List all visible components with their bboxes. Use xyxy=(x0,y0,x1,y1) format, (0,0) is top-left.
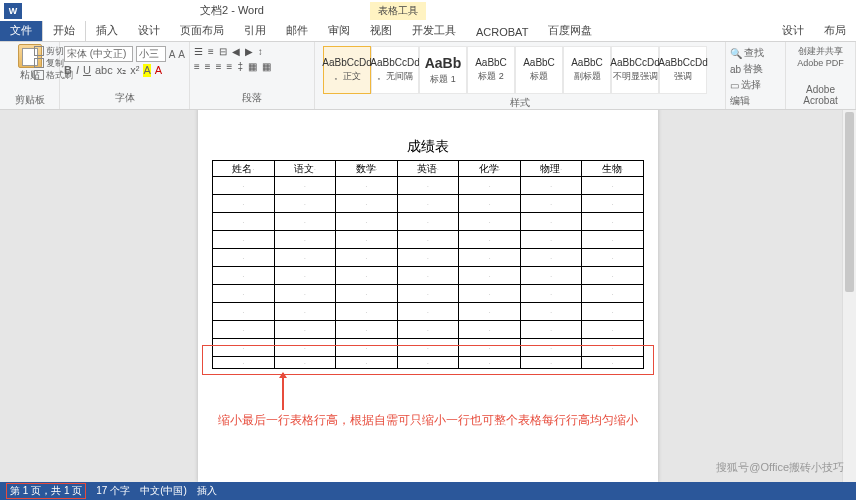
tab-design[interactable]: 设计 xyxy=(128,20,170,41)
font-name-select[interactable]: 宋体 (中文正) xyxy=(64,46,133,62)
table-cell[interactable] xyxy=(520,267,582,285)
borders-button[interactable]: ▦ xyxy=(262,61,271,72)
word-count[interactable]: 17 个字 xyxy=(96,484,130,498)
table-cell[interactable] xyxy=(213,321,275,339)
header-cell[interactable]: 物理 xyxy=(520,161,582,177)
shrink-font-icon[interactable]: A xyxy=(178,49,185,60)
style-5[interactable]: AaBbC副标题 xyxy=(563,46,611,94)
table-cell[interactable] xyxy=(213,285,275,303)
table-cell[interactable] xyxy=(520,285,582,303)
justify-button[interactable]: ≡ xyxy=(227,61,233,72)
sub-button[interactable]: x₂ xyxy=(117,64,127,77)
table-cell[interactable] xyxy=(520,177,582,195)
table-cell[interactable] xyxy=(274,213,336,231)
tab-home[interactable]: 开始 xyxy=(42,19,86,41)
table-cell[interactable] xyxy=(582,177,644,195)
table-cell[interactable] xyxy=(397,177,459,195)
table-cell[interactable] xyxy=(520,249,582,267)
table-cell[interactable] xyxy=(274,321,336,339)
table-cell[interactable] xyxy=(397,321,459,339)
header-cell[interactable]: 化学 xyxy=(459,161,521,177)
page[interactable]: 成绩表 姓名语文数学英语化学物理生物 缩小最后一行表格行高，根据自需可只缩小一行… xyxy=(198,110,658,482)
table-cell[interactable] xyxy=(213,177,275,195)
table-cell[interactable] xyxy=(274,267,336,285)
table-cell[interactable] xyxy=(336,285,398,303)
multilevel-button[interactable]: ⊟ xyxy=(219,46,227,57)
table-cell[interactable] xyxy=(274,195,336,213)
language-status[interactable]: 中文(中国) xyxy=(140,484,187,498)
table-cell[interactable] xyxy=(582,213,644,231)
style-0[interactable]: AaBbCcDd。正文 xyxy=(323,46,371,94)
table-cell[interactable] xyxy=(213,267,275,285)
table-cell[interactable] xyxy=(336,267,398,285)
align-center-button[interactable]: ≡ xyxy=(205,61,211,72)
table-cell[interactable] xyxy=(397,303,459,321)
table-cell[interactable] xyxy=(582,267,644,285)
shading-button[interactable]: ▦ xyxy=(248,61,257,72)
table-cell[interactable] xyxy=(336,231,398,249)
header-cell[interactable]: 语文 xyxy=(274,161,336,177)
grades-table[interactable]: 姓名语文数学英语化学物理生物 xyxy=(212,160,644,369)
scrollbar[interactable] xyxy=(842,110,856,482)
table-cell[interactable] xyxy=(520,303,582,321)
table-cell[interactable] xyxy=(397,285,459,303)
table-cell[interactable] xyxy=(582,249,644,267)
tab-file[interactable]: 文件 xyxy=(0,20,42,41)
table-cell[interactable] xyxy=(582,285,644,303)
italic-button[interactable]: I xyxy=(76,64,79,77)
style-2[interactable]: AaBb标题 1 xyxy=(419,46,467,94)
table-cell[interactable] xyxy=(459,195,521,213)
table-cell[interactable] xyxy=(459,303,521,321)
table-cell[interactable] xyxy=(520,195,582,213)
style-3[interactable]: AaBbC标题 2 xyxy=(467,46,515,94)
table-cell[interactable] xyxy=(397,195,459,213)
table-cell[interactable] xyxy=(582,231,644,249)
header-cell[interactable]: 数学 xyxy=(336,161,398,177)
sup-button[interactable]: x² xyxy=(130,64,139,77)
header-cell[interactable]: 英语 xyxy=(397,161,459,177)
table-cell[interactable] xyxy=(397,267,459,285)
table-cell[interactable] xyxy=(213,213,275,231)
table-cell[interactable] xyxy=(582,321,644,339)
select-button[interactable]: ▭选择 xyxy=(730,78,781,92)
style-1[interactable]: AaBbCcDd。无间隔 xyxy=(371,46,419,94)
table-cell[interactable] xyxy=(459,285,521,303)
format-painter-button[interactable]: 格式刷 xyxy=(34,69,73,81)
font-color-button[interactable]: A xyxy=(155,64,162,77)
style-7[interactable]: AaBbCcDd强调 xyxy=(659,46,707,94)
tab-developer[interactable]: 开发工具 xyxy=(402,20,466,41)
table-cell[interactable] xyxy=(274,249,336,267)
indent-inc-button[interactable]: ▶ xyxy=(245,46,253,57)
table-cell[interactable] xyxy=(459,213,521,231)
tab-references[interactable]: 引用 xyxy=(234,20,276,41)
table-cell[interactable] xyxy=(274,177,336,195)
table-cell[interactable] xyxy=(397,231,459,249)
table-cell[interactable] xyxy=(336,249,398,267)
table-cell[interactable] xyxy=(274,303,336,321)
grow-font-icon[interactable]: A xyxy=(169,49,176,60)
table-cell[interactable] xyxy=(213,231,275,249)
bullets-button[interactable]: ☰ xyxy=(194,46,203,57)
scroll-thumb[interactable] xyxy=(845,112,854,292)
table-cell[interactable] xyxy=(213,303,275,321)
table-cell[interactable] xyxy=(520,213,582,231)
indent-dec-button[interactable]: ◀ xyxy=(232,46,240,57)
style-6[interactable]: AaBbCcDd不明显强调 xyxy=(611,46,659,94)
table-cell[interactable] xyxy=(459,321,521,339)
tab-table-design[interactable]: 设计 xyxy=(772,20,814,41)
table-cell[interactable] xyxy=(397,249,459,267)
table-cell[interactable] xyxy=(336,177,398,195)
header-cell[interactable]: 姓名 xyxy=(213,161,275,177)
tab-table-layout[interactable]: 布局 xyxy=(814,20,856,41)
tab-mailings[interactable]: 邮件 xyxy=(276,20,318,41)
table-cell[interactable] xyxy=(336,213,398,231)
table-cell[interactable] xyxy=(582,303,644,321)
create-pdf-button[interactable]: 创建并共享Adobe PDF xyxy=(789,45,852,68)
table-cell[interactable] xyxy=(336,303,398,321)
tab-insert[interactable]: 插入 xyxy=(86,20,128,41)
table-cell[interactable] xyxy=(397,213,459,231)
table-cell[interactable] xyxy=(520,231,582,249)
strike-button[interactable]: abc xyxy=(95,64,113,77)
find-button[interactable]: 🔍查找 xyxy=(730,46,781,60)
tab-view[interactable]: 视图 xyxy=(360,20,402,41)
